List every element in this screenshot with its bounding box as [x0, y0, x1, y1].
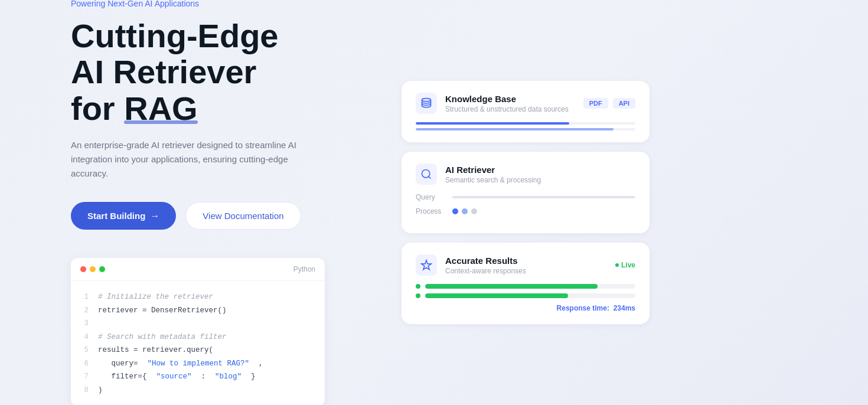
code-line-3: 3	[80, 317, 315, 331]
code-body: 1 # Initialize the retriever 2 retriever…	[71, 281, 325, 405]
result-bars	[416, 284, 635, 298]
start-building-label: Start Building	[87, 211, 145, 221]
code-line-4: 4 # Search with metadata filter	[80, 331, 315, 344]
knowledge-base-card: Knowledge Base Structured & unstructured…	[402, 81, 650, 142]
code-language: Python	[293, 265, 315, 273]
knowledge-base-title-area: Knowledge Base Structured & unstructured…	[445, 94, 575, 113]
code-block: Python 1 # Initialize the retriever 2 re…	[71, 258, 325, 405]
ai-retriever-card: AI Retriever Semantic search & processin…	[402, 152, 650, 233]
svg-point-1	[422, 170, 430, 178]
query-bar	[452, 196, 635, 198]
code-line-8: 8 )	[80, 384, 315, 397]
sparkle-icon	[416, 254, 437, 276]
pdf-badge: PDF	[583, 98, 608, 109]
code-string-6: "How to implement RAG?"	[148, 357, 250, 371]
dot-green	[99, 266, 105, 272]
result-fill-2	[425, 293, 568, 298]
cta-buttons: Start Building → View Documentation	[71, 202, 354, 230]
view-documentation-button[interactable]: View Documentation	[185, 202, 301, 230]
proc-dot-2	[462, 208, 468, 214]
knowledge-base-title: Knowledge Base	[445, 94, 575, 104]
accurate-results-title-area: Accurate Results Context-aware responses	[445, 256, 607, 275]
code-comment-4: # Search with metadata filter	[98, 331, 227, 344]
ai-retriever-subtitle: Semantic search & processing	[445, 176, 635, 184]
dot-yellow	[90, 266, 96, 272]
knowledge-base-progress	[416, 122, 635, 130]
code-line-6: 6 query="How to implement RAG?",	[80, 357, 315, 371]
code-line-2: 2 retriever = DenserRetriever()	[80, 304, 315, 318]
code-line-7: 7 filter={"source": "blog"}	[80, 370, 315, 384]
line-num-3: 3	[80, 317, 89, 331]
ai-retriever-header: AI Retriever Semantic search & processin…	[416, 164, 635, 185]
result-track-1	[425, 284, 635, 289]
code-key-7: "source"	[156, 370, 192, 384]
query-label: Query	[416, 193, 445, 201]
response-time-row: Response time: 234ms	[416, 304, 635, 312]
line-num-8: 8	[80, 384, 89, 397]
result-dot-1	[416, 284, 420, 289]
line-num-2: 2	[80, 304, 89, 318]
hero-left: Powering Next-Gen AI Applications Cuttin…	[71, 0, 354, 405]
line-num-1: 1	[80, 290, 89, 304]
title-line1: Cutting-Edge	[71, 17, 278, 54]
accurate-results-card: Accurate Results Context-aware responses…	[402, 243, 650, 324]
process-dots	[452, 208, 477, 214]
arrow-icon: →	[150, 211, 159, 221]
process-label: Process	[416, 207, 445, 215]
window-dots	[80, 266, 105, 272]
code-text-5: results = retriever.query(	[98, 344, 213, 357]
line-num-7: 7	[80, 370, 89, 384]
progress-track-1	[416, 122, 635, 125]
live-dot	[615, 263, 619, 267]
knowledge-base-badges: PDF API	[583, 98, 635, 109]
svg-point-0	[422, 99, 431, 102]
title-line3-prefix: for	[71, 90, 124, 127]
accurate-results-header: Accurate Results Context-aware responses…	[416, 254, 635, 276]
database-icon	[416, 93, 437, 114]
view-docs-label: View Documentation	[203, 211, 283, 221]
line-num-4: 4	[80, 331, 89, 344]
proc-dot-1	[452, 208, 458, 214]
progress-track-2	[416, 128, 635, 130]
response-time-value: 234ms	[614, 304, 635, 312]
result-bar-row-2	[416, 293, 635, 298]
progress-fill-1	[416, 122, 569, 125]
progress-fill-2	[416, 128, 614, 130]
api-badge: API	[613, 98, 635, 109]
result-dot-2	[416, 293, 420, 298]
title-line2: AI Retriever	[71, 53, 256, 90]
result-fill-1	[425, 284, 598, 289]
accurate-results-title: Accurate Results	[445, 256, 607, 266]
query-row: Query	[416, 193, 635, 201]
code-line-1: 1 # Initialize the retriever	[80, 290, 315, 304]
line-num-5: 5	[80, 344, 89, 357]
response-time-label: Response time:	[557, 304, 609, 312]
code-text-2: retriever = DenserRetriever()	[98, 304, 227, 318]
code-comment-1: # Initialize the retriever	[98, 290, 213, 304]
code-val-7: "blog"	[215, 370, 242, 384]
live-label: Live	[621, 261, 635, 269]
code-text-7a: filter={	[98, 370, 147, 384]
result-bar-row-1	[416, 284, 635, 289]
line-num-6: 6	[80, 357, 89, 371]
ai-retriever-title-area: AI Retriever Semantic search & processin…	[445, 165, 635, 184]
result-track-2	[425, 293, 635, 298]
process-row: Process	[416, 207, 635, 215]
search-icon	[416, 164, 437, 185]
code-line-5: 5 results = retriever.query(	[80, 344, 315, 357]
code-text-8: )	[98, 384, 103, 397]
code-empty-3	[98, 317, 103, 331]
live-badge: Live	[615, 261, 635, 269]
dot-red	[80, 266, 86, 272]
eyebrow-text: Powering Next-Gen AI Applications	[71, 0, 354, 8]
ai-retriever-title: AI Retriever	[445, 165, 635, 175]
hero-subtitle: An enterprise-grade AI retriever designe…	[71, 138, 307, 181]
knowledge-base-subtitle: Structured & unstructured data sources	[445, 105, 575, 113]
main-title: Cutting-Edge AI Retriever for RAG	[71, 18, 354, 127]
code-header: Python	[71, 258, 325, 281]
start-building-button[interactable]: Start Building →	[71, 202, 176, 230]
cards-panel: Knowledge Base Structured & unstructured…	[402, 81, 650, 324]
knowledge-base-header: Knowledge Base Structured & unstructured…	[416, 93, 635, 114]
proc-dot-3	[471, 208, 477, 214]
code-text-6a: query=	[98, 357, 138, 371]
